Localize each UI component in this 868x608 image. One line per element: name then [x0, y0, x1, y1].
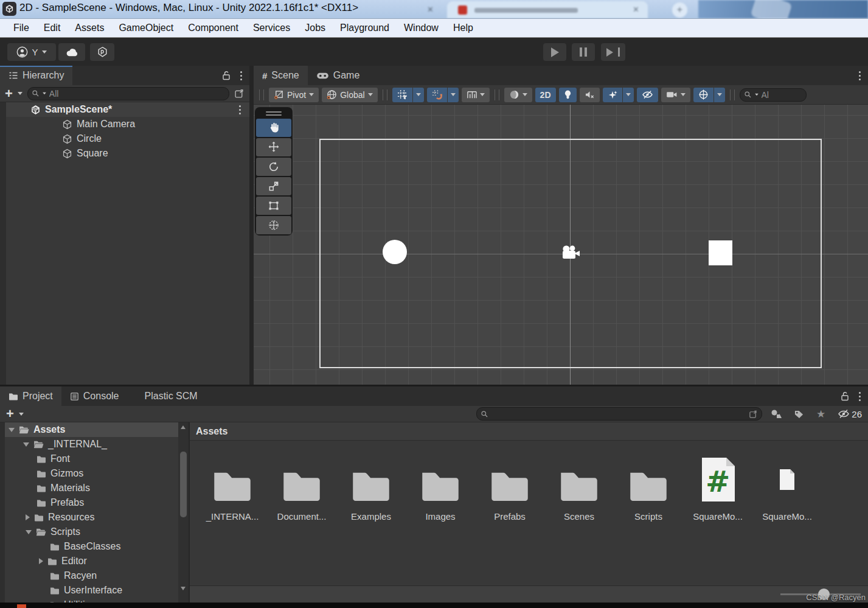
- scene-lighting-toggle[interactable]: [559, 88, 577, 102]
- scene-camera-settings-button[interactable]: [661, 88, 690, 102]
- hierarchy-search-input[interactable]: [49, 89, 225, 99]
- snap-increment-button[interactable]: [462, 88, 490, 102]
- menu-playground[interactable]: Playground: [333, 19, 397, 37]
- snap-toggle[interactable]: [427, 88, 447, 102]
- expand-triangle-icon[interactable]: [26, 514, 30, 520]
- square-sprite[interactable]: [709, 240, 732, 265]
- 2d-mode-toggle[interactable]: 2D: [535, 88, 556, 102]
- tree-row-prefabs[interactable]: Prefabs: [5, 495, 178, 510]
- handle-rotation-button[interactable]: Global: [322, 88, 377, 102]
- rect-tool-button[interactable]: [256, 197, 291, 215]
- scene-viewport[interactable]: [254, 105, 868, 385]
- tree-row-resources[interactable]: Resources: [5, 510, 178, 525]
- scroll-up-icon[interactable]: [181, 425, 186, 429]
- hierarchy-item-circle[interactable]: Circle: [6, 131, 249, 146]
- menu-component[interactable]: Component: [181, 19, 246, 37]
- menu-edit[interactable]: Edit: [36, 19, 68, 37]
- menu-window[interactable]: Window: [397, 19, 446, 37]
- scene-menu-icon[interactable]: [239, 105, 241, 114]
- panel-menu-icon[interactable]: [859, 71, 861, 80]
- move-tool-button[interactable]: [256, 138, 291, 156]
- tab-game[interactable]: Game: [308, 66, 369, 85]
- expand-triangle-icon[interactable]: [26, 530, 32, 534]
- tree-row-font[interactable]: Font: [5, 452, 178, 466]
- tab-scene[interactable]: # Scene: [254, 66, 308, 85]
- scroll-down-icon[interactable]: [181, 587, 186, 590]
- palette-drag-handle[interactable]: [256, 109, 291, 117]
- hidden-objects-toggle[interactable]: [637, 88, 658, 102]
- asset-item-prefabs-folder[interactable]: Prefabs: [475, 456, 544, 522]
- tree-row-internal[interactable]: _INTERNAL_: [5, 437, 178, 452]
- scene-audio-toggle[interactable]: [580, 88, 600, 102]
- open-search-window-icon[interactable]: [749, 410, 758, 419]
- scene-effects-toggle[interactable]: [603, 88, 622, 102]
- scale-tool-button[interactable]: [256, 177, 291, 195]
- asset-item-examples-folder[interactable]: Examples: [336, 456, 406, 522]
- panel-divider[interactable]: [249, 66, 254, 385]
- tab-project[interactable]: Project: [0, 386, 61, 406]
- asset-item-scripts-folder[interactable]: Scripts: [614, 456, 683, 522]
- hand-tool-button[interactable]: [256, 119, 291, 137]
- open-search-window-icon[interactable]: [234, 88, 245, 99]
- chevron-down-icon[interactable]: [19, 413, 24, 416]
- tree-row-editor[interactable]: Editor: [5, 554, 178, 568]
- asset-item-document[interactable]: SquareMo...: [752, 456, 822, 522]
- tree-row-userinterface[interactable]: UserInterface: [5, 583, 178, 598]
- hierarchy-item-square[interactable]: Square: [6, 146, 249, 161]
- draw-mode-button[interactable]: [504, 88, 532, 102]
- cloud-services-button[interactable]: [58, 43, 85, 61]
- menu-file[interactable]: File: [6, 19, 36, 37]
- gizmos-toggle[interactable]: [693, 88, 713, 102]
- snap-options[interactable]: [448, 88, 459, 102]
- hierarchy-search[interactable]: [27, 87, 229, 100]
- toolbar-drag-handle[interactable]: [730, 89, 735, 100]
- tree-row-gizmos[interactable]: Gizmos: [5, 466, 178, 481]
- tab-plastic-scm[interactable]: Plastic SCM: [136, 386, 206, 406]
- pause-button[interactable]: [572, 43, 595, 61]
- favorites-star-icon[interactable]: ★: [816, 408, 825, 421]
- scene-search[interactable]: [740, 88, 807, 102]
- grid-snapping-options[interactable]: [413, 88, 424, 102]
- menu-services[interactable]: Services: [246, 19, 297, 37]
- expand-triangle-icon[interactable]: [9, 428, 15, 432]
- rotate-tool-button[interactable]: [256, 158, 291, 176]
- tab-console[interactable]: Console: [61, 386, 128, 406]
- tab-hierarchy[interactable]: Hierarchy: [0, 66, 72, 85]
- account-button[interactable]: Y: [7, 43, 56, 61]
- project-search[interactable]: [476, 407, 762, 421]
- expand-triangle-icon[interactable]: [32, 108, 38, 112]
- breadcrumb-label[interactable]: Assets: [196, 426, 227, 437]
- create-add-button[interactable]: +: [5, 88, 13, 100]
- hidden-count-button[interactable]: 26: [838, 409, 862, 419]
- search-by-label-icon[interactable]: [794, 410, 804, 419]
- tree-scrollbar[interactable]: [178, 422, 189, 603]
- menu-gameobject[interactable]: GameObject: [111, 19, 181, 37]
- tree-row-baseclasses[interactable]: BaseClasses: [5, 539, 178, 554]
- asset-item-csharp-script[interactable]: # SquareMo...: [683, 456, 752, 522]
- plastic-scm-button[interactable]: [90, 43, 114, 61]
- panel-menu-icon[interactable]: [859, 392, 861, 401]
- toolbar-drag-handle[interactable]: [383, 89, 387, 100]
- chevron-down-icon[interactable]: [18, 92, 23, 95]
- scrollbar-thumb[interactable]: [180, 452, 187, 517]
- tree-row-assets[interactable]: Assets: [5, 422, 178, 437]
- tree-row-scripts[interactable]: Scripts: [5, 525, 178, 539]
- hierarchy-scene-row[interactable]: SampleScene*: [6, 102, 249, 117]
- search-by-type-icon[interactable]: [771, 409, 782, 419]
- transform-tool-button[interactable]: [256, 216, 291, 234]
- asset-item-images-folder[interactable]: Images: [406, 456, 475, 522]
- scene-search-input[interactable]: [762, 90, 802, 100]
- panel-menu-icon[interactable]: [240, 71, 242, 80]
- play-button[interactable]: [543, 43, 566, 61]
- lock-icon[interactable]: [841, 391, 849, 401]
- expand-triangle-icon[interactable]: [39, 558, 43, 564]
- step-button[interactable]: [601, 43, 625, 61]
- project-search-input[interactable]: [491, 409, 746, 419]
- menu-help[interactable]: Help: [446, 19, 481, 37]
- asset-item-internal-folder[interactable]: _INTERNA...: [198, 456, 267, 522]
- scene-effects-options[interactable]: [623, 88, 634, 102]
- lock-icon[interactable]: [222, 71, 231, 80]
- asset-item-documentation-folder[interactable]: Document...: [267, 456, 336, 522]
- circle-sprite[interactable]: [383, 240, 407, 264]
- tree-row-materials[interactable]: Materials: [5, 481, 178, 495]
